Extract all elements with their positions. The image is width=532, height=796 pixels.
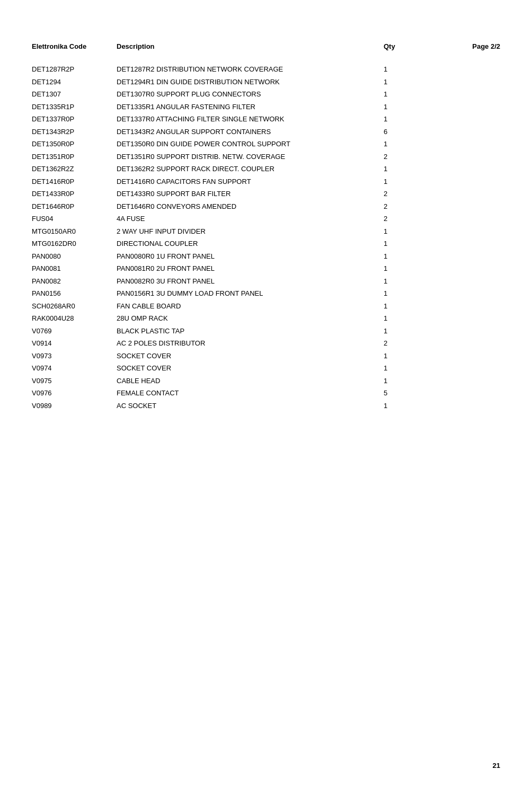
cell-code: V0976 [32,388,117,399]
table-row: PAN0082 PAN0082R0 3U FRONT PANEL 1 [32,275,500,288]
table-row: DET1362R2Z DET1362R2 SUPPORT RACK DIRECT… [32,163,500,175]
cell-qty: 1 [384,176,415,187]
cell-qty: 1 [384,64,415,75]
cell-qty: 1 [384,139,415,149]
cell-qty: 1 [384,251,415,262]
cell-code: DET1416R0P [32,176,117,187]
cell-qty: 1 [384,351,415,361]
table-row: DET1351R0P DET1351R0 SUPPORT DISTRIB. NE… [32,151,500,163]
table-row: V0914 AC 2 POLES DISTRIBUTOR 2 [32,337,500,350]
cell-code: SCH0268AR0 [32,301,117,312]
table-row: DET1294 DET1294R1 DIN GUIDE DISTRIBUTION… [32,76,500,89]
cell-code: DET1307 [32,89,117,100]
table-row: DET1287R2P DET1287R2 DISTRIBUTION NETWOR… [32,63,500,76]
table-row: V0976 FEMALE CONTACT 5 [32,387,500,400]
cell-code: PAN0080 [32,251,117,262]
cell-desc: SOCKET COVER [117,363,384,374]
header-qty: Qty [384,42,415,50]
table-row: V0973 SOCKET COVER 1 [32,350,500,362]
cell-qty: 1 [384,301,415,312]
cell-qty: 1 [384,363,415,374]
table-row: PAN0080 PAN0080R0 1U FRONT PANEL 1 [32,250,500,263]
cell-qty: 1 [384,288,415,299]
cell-qty: 2 [384,338,415,349]
cell-qty: 2 [384,201,415,212]
cell-code: PAN0081 [32,263,117,274]
cell-code: V0989 [32,401,117,411]
table-row: V0769 BLACK PLASTIC TAP 1 [32,325,500,338]
cell-code: PAN0082 [32,276,117,287]
cell-desc: DIRECTIONAL COUPLER [117,238,384,249]
cell-qty: 1 [384,238,415,249]
page-container: Elettronika Code Description Qty Page 2/… [0,0,532,796]
cell-desc: DET1416R0 CAPACITORS FAN SUPPORT [117,176,384,187]
cell-code: DET1294 [32,77,117,87]
cell-desc: DET1337R0 ATTACHING FILTER SINGLE NETWOR… [117,114,384,125]
cell-desc: 4A FUSE [117,214,384,224]
cell-qty: 1 [384,77,415,87]
cell-code: V0974 [32,363,117,374]
cell-desc: DET1350R0 DIN GUIDE POWER CONTROL SUPPOR… [117,139,384,149]
table-row: V0974 SOCKET COVER 1 [32,362,500,375]
cell-qty: 2 [384,214,415,224]
cell-desc: PAN0082R0 3U FRONT PANEL [117,276,384,287]
cell-code: V0914 [32,338,117,349]
cell-desc: BLACK PLASTIC TAP [117,326,384,337]
table-row: DET1416R0P DET1416R0 CAPACITORS FAN SUPP… [32,175,500,188]
cell-desc: DET1307R0 SUPPORT PLUG CONNECTORS [117,89,384,100]
cell-qty: 2 [384,189,415,199]
cell-desc: FAN CABLE BOARD [117,301,384,312]
header-page: Page 2/2 [415,42,500,50]
cell-qty: 1 [384,89,415,100]
table-row: PAN0081 PAN0081R0 2U FRONT PANEL 1 [32,262,500,275]
cell-desc: DET1362R2 SUPPORT RACK DIRECT. COUPLER [117,164,384,174]
cell-qty: 1 [384,276,415,287]
cell-code: FUS04 [32,214,117,224]
cell-qty: 1 [384,226,415,237]
table-row: V0989 AC SOCKET 1 [32,400,500,412]
header-desc: Description [117,42,384,50]
header-code: Elettronika Code [32,42,117,50]
cell-desc: DET1294R1 DIN GUIDE DISTRIBUTION NETWORK [117,77,384,87]
table-row: DET1350R0P DET1350R0 DIN GUIDE POWER CON… [32,138,500,151]
table-row: DET1337R0P DET1337R0 ATTACHING FILTER SI… [32,113,500,126]
cell-qty: 1 [384,326,415,337]
cell-qty: 6 [384,127,415,137]
page-number: 21 [493,762,500,770]
cell-desc: DET1335R1 ANGULAR FASTENING FILTER [117,102,384,112]
cell-qty: 5 [384,388,415,399]
cell-qty: 1 [384,313,415,324]
cell-desc: DET1646R0 CONVEYORS AMENDED [117,201,384,212]
cell-desc: PAN0080R0 1U FRONT PANEL [117,251,384,262]
cell-desc: CABLE HEAD [117,376,384,386]
cell-code: RAK0004U28 [32,313,117,324]
cell-desc: DET1433R0 SUPPORT BAR FILTER [117,189,384,199]
cell-code: MTG0150AR0 [32,226,117,237]
table-row: DET1343R2P DET1343R2 ANGULAR SUPPORT CON… [32,126,500,138]
cell-desc: AC SOCKET [117,401,384,411]
cell-desc: PAN0081R0 2U FRONT PANEL [117,263,384,274]
cell-qty: 1 [384,376,415,386]
cell-desc: DET1343R2 ANGULAR SUPPORT CONTAINERS [117,127,384,137]
table-row: DET1335R1P DET1335R1 ANGULAR FASTENING F… [32,101,500,113]
cell-code: DET1287R2P [32,64,117,75]
table-header: Elettronika Code Description Qty Page 2/… [32,42,500,52]
cell-desc: DET1351R0 SUPPORT DISTRIB. NETW. COVERAG… [117,152,384,162]
cell-desc: FEMALE CONTACT [117,388,384,399]
table-row: RAK0004U28 28U OMP RACK 1 [32,312,500,325]
table-row: DET1307 DET1307R0 SUPPORT PLUG CONNECTOR… [32,88,500,101]
cell-code: DET1362R2Z [32,164,117,174]
cell-code: DET1343R2P [32,127,117,137]
cell-code: V0973 [32,351,117,361]
cell-code: DET1433R0P [32,189,117,199]
cell-code: DET1350R0P [32,139,117,149]
cell-qty: 1 [384,102,415,112]
table-row: V0975 CABLE HEAD 1 [32,375,500,387]
table-row: DET1646R0P DET1646R0 CONVEYORS AMENDED 2 [32,200,500,213]
cell-desc: PAN0156R1 3U DUMMY LOAD FRONT PANEL [117,288,384,299]
cell-code: DET1351R0P [32,152,117,162]
table-row: DET1433R0P DET1433R0 SUPPORT BAR FILTER … [32,188,500,200]
cell-qty: 1 [384,114,415,125]
cell-code: V0975 [32,376,117,386]
cell-code: PAN0156 [32,288,117,299]
